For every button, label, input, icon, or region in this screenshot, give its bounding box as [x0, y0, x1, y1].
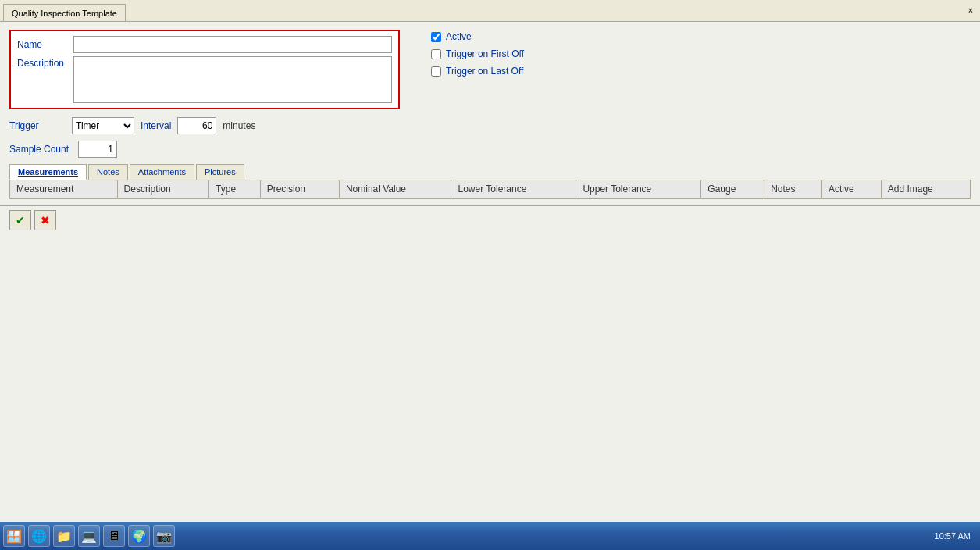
col-active: Active: [821, 180, 881, 198]
col-type: Type: [209, 180, 261, 198]
ok-button[interactable]: ✔: [9, 210, 31, 230]
trigger-label: Trigger: [9, 120, 66, 131]
name-input[interactable]: [73, 36, 392, 53]
sample-count-input[interactable]: [78, 141, 117, 158]
cancel-icon: ✖: [41, 214, 50, 227]
col-gauge: Gauge: [701, 180, 764, 198]
col-lower-tolerance: Lower Tolerance: [451, 180, 576, 198]
sample-count-row: Sample Count: [9, 141, 400, 158]
trigger-first-off-checkbox[interactable]: [431, 49, 441, 59]
taskbar-left: 🪟 🌐 📁 💻 🖥 🌍 📷: [3, 525, 175, 547]
tabs-container: Measurements Notes Attachments Pictures: [0, 158, 980, 180]
minutes-label: minutes: [223, 120, 255, 131]
col-description: Description: [117, 180, 208, 198]
col-add-image: Add Image: [881, 180, 970, 198]
left-form: Name Description Trigger Timer Interval …: [9, 30, 400, 158]
trigger-last-off-checkbox[interactable]: [431, 66, 441, 77]
taskbar-right: 10:57 AM: [928, 531, 977, 541]
system-clock: 10:57 AM: [928, 531, 977, 541]
footer: ✔ ✖: [0, 205, 980, 234]
description-label: Description: [17, 56, 73, 69]
title-bar: Quality Inspection Template ×: [0, 0, 980, 22]
trigger-last-off-row: Trigger on Last Off: [431, 66, 524, 77]
taskbar-icon-computer[interactable]: 💻: [78, 525, 100, 547]
col-nominal-value: Nominal Value: [339, 180, 451, 198]
taskbar-icon-browser[interactable]: 🌐: [28, 525, 50, 547]
main-content: Name Description Trigger Timer Interval …: [0, 22, 980, 522]
interval-label: Interval: [141, 120, 171, 131]
taskbar-icon-folder[interactable]: 📁: [53, 525, 75, 547]
tab-pictures[interactable]: Pictures: [196, 164, 244, 180]
description-row: Description: [17, 56, 392, 103]
active-checkbox-row: Active: [431, 31, 524, 42]
col-notes: Notes: [764, 180, 822, 198]
active-checkbox[interactable]: [431, 32, 441, 42]
taskbar: 🪟 🌐 📁 💻 🖥 🌍 📷 10:57 AM: [0, 522, 980, 550]
trigger-last-off-label: Trigger on Last Off: [446, 66, 523, 77]
cancel-button[interactable]: ✖: [34, 210, 56, 230]
window-tab: Quality Inspection Template: [3, 4, 126, 21]
measurements-table-container: Measurement Description Type Precision N…: [9, 180, 971, 199]
tab-attachments[interactable]: Attachments: [130, 164, 194, 180]
trigger-first-off-label: Trigger on First Off: [446, 48, 524, 59]
window-title: Quality Inspection Template: [12, 9, 117, 18]
trigger-row: Trigger Timer Interval minutes: [9, 117, 400, 134]
active-label: Active: [446, 31, 472, 42]
taskbar-start[interactable]: 🪟: [3, 525, 25, 547]
trigger-first-off-row: Trigger on First Off: [431, 48, 524, 59]
name-label: Name: [17, 39, 73, 50]
taskbar-icon-camera[interactable]: 📷: [153, 525, 175, 547]
taskbar-icon-globe[interactable]: 🌍: [128, 525, 150, 547]
close-button[interactable]: ×: [964, 5, 977, 17]
name-row: Name: [17, 36, 392, 53]
title-bar-tabs: Quality Inspection Template: [3, 0, 126, 21]
col-precision: Precision: [260, 180, 339, 198]
tab-measurements[interactable]: Measurements: [9, 164, 87, 180]
col-measurement: Measurement: [10, 180, 117, 198]
name-description-group: Name Description: [9, 30, 400, 109]
col-upper-tolerance: Upper Tolerance: [576, 180, 701, 198]
description-input[interactable]: [73, 56, 392, 103]
form-area: Name Description Trigger Timer Interval …: [0, 22, 980, 158]
right-checkboxes: Active Trigger on First Off Trigger on L…: [415, 30, 524, 158]
tab-notes[interactable]: Notes: [88, 164, 128, 180]
trigger-select[interactable]: Timer: [72, 117, 134, 134]
sample-count-label: Sample Count: [9, 144, 72, 155]
table-header-row: Measurement Description Type Precision N…: [10, 180, 970, 198]
measurements-table: Measurement Description Type Precision N…: [10, 180, 970, 198]
interval-input[interactable]: [177, 117, 216, 134]
taskbar-icon-monitor[interactable]: 🖥: [103, 525, 125, 547]
ok-icon: ✔: [16, 214, 25, 227]
